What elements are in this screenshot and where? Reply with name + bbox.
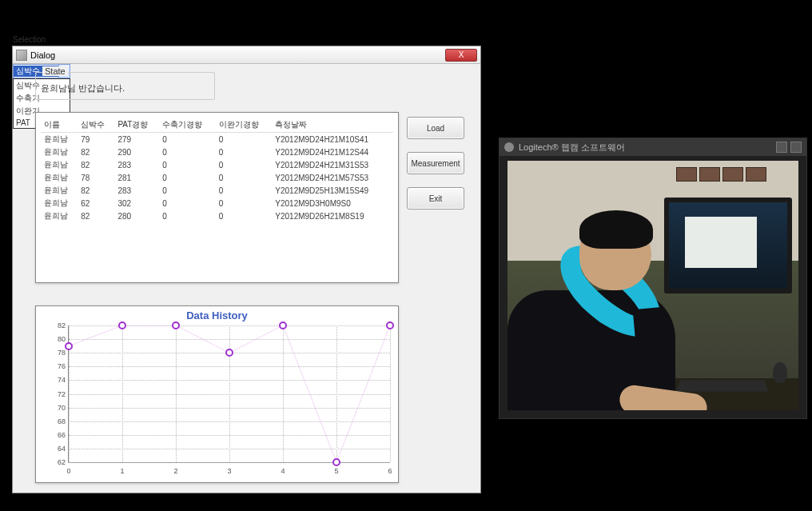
webcam-video-feed <box>508 161 798 410</box>
table-cell: Y2012M9D25H13M15S49 <box>272 184 393 197</box>
table-cell: Y2012M9D24H21M10S41 <box>272 133 393 146</box>
state-group-label: State <box>42 66 68 76</box>
chart-plot-area[interactable]: 62646668707274767880820123456 <box>68 325 390 463</box>
table-cell: 0 <box>216 171 273 184</box>
y-tick-label: 76 <box>45 362 66 370</box>
column-header[interactable]: PAT경향 <box>114 118 159 133</box>
close-button[interactable]: X <box>445 49 477 62</box>
table-cell: 0 <box>216 184 273 197</box>
table-cell: 윤희남 <box>41 197 78 210</box>
load-button[interactable]: Load <box>407 117 464 139</box>
table-cell: 0 <box>216 197 273 210</box>
table-cell: 0 <box>159 133 216 146</box>
table-cell: 82 <box>78 210 114 222</box>
mouse-in-scene <box>773 362 787 383</box>
table-cell: Y2012M9D24H21M57S53 <box>272 171 393 184</box>
dialog-window: Dialog X State 윤희남님 반갑습니다. 이름심박수PAT경향수축기… <box>12 46 481 493</box>
table-row[interactable]: 윤희남8228000Y2012M9D26H21M8S19 <box>41 210 393 222</box>
selection-label: Selection <box>13 35 46 44</box>
y-tick-label: 78 <box>45 349 66 357</box>
webcam-close-button[interactable] <box>790 142 802 153</box>
column-header[interactable]: 이름 <box>41 118 78 133</box>
x-tick-label: 2 <box>173 467 177 475</box>
person-in-scene <box>508 202 699 410</box>
table-cell: 0 <box>216 146 273 158</box>
table-row[interactable]: 윤희남8229000Y2012M9D24H21M12S44 <box>41 146 393 158</box>
column-header[interactable]: 이완기경향 <box>216 118 273 133</box>
table-cell: 79 <box>78 133 114 146</box>
state-groupbox: State 윤희남님 반갑습니다. <box>35 72 215 100</box>
x-tick-label: 6 <box>388 467 392 475</box>
table-cell: Y2012M9D24H21M31S53 <box>272 158 393 171</box>
table-cell: 290 <box>114 146 159 158</box>
table-cell: 283 <box>114 184 159 197</box>
webcam-help-button[interactable] <box>776 142 787 153</box>
y-tick-label: 82 <box>45 321 66 329</box>
chart-data-point[interactable] <box>225 349 233 357</box>
table-cell: 0 <box>159 146 216 158</box>
table-cell: Y2012M9D26H21M8S19 <box>272 210 393 222</box>
y-tick-label: 68 <box>45 417 66 425</box>
window-title: Dialog <box>30 50 55 60</box>
table-cell: 280 <box>114 210 159 222</box>
table-cell: 283 <box>114 158 159 171</box>
x-tick-label: 1 <box>120 467 124 475</box>
data-table[interactable]: 이름심박수PAT경향수축기경향이완기경향측정날짜 윤희남7927900Y2012… <box>41 118 393 222</box>
chart-frame: Data History 626466687072747678808201234… <box>35 305 399 483</box>
column-header[interactable]: 심박수 <box>78 118 114 133</box>
chart-data-point[interactable] <box>386 321 394 329</box>
table-cell: 윤희남 <box>41 146 78 158</box>
table-cell: 윤희남 <box>41 158 78 171</box>
y-tick-label: 70 <box>45 404 66 412</box>
table-cell: 0 <box>216 133 273 146</box>
table-cell: 0 <box>216 158 273 171</box>
dialog-titlebar[interactable]: Dialog X <box>13 46 480 64</box>
table-cell: 82 <box>78 158 114 171</box>
x-tick-label: 5 <box>334 467 338 475</box>
chart-data-point[interactable] <box>118 321 126 329</box>
table-cell: 78 <box>78 171 114 184</box>
data-table-frame: 이름심박수PAT경향수축기경향이완기경향측정날짜 윤희남7927900Y2012… <box>35 112 399 283</box>
webcam-title-text: Logitech® 웹캠 소프트웨어 <box>519 142 625 154</box>
webcam-app-icon <box>504 142 514 152</box>
y-tick-label: 66 <box>45 431 66 439</box>
column-header[interactable]: 측정날짜 <box>272 118 393 133</box>
chart-data-point[interactable] <box>65 342 73 350</box>
y-tick-label: 80 <box>45 335 66 343</box>
table-cell: 0 <box>159 171 216 184</box>
table-cell: 82 <box>78 184 114 197</box>
webcam-titlebar[interactable]: Logitech® 웹캠 소프트웨어 <box>500 138 806 156</box>
state-message: 윤희남님 반갑습니다. <box>41 82 125 94</box>
table-cell: 0 <box>216 210 273 222</box>
column-header[interactable]: 수축기경향 <box>159 118 216 133</box>
table-row[interactable]: 윤희남7927900Y2012M9D24H21M10S41 <box>41 133 393 146</box>
table-cell: 82 <box>78 146 114 158</box>
y-tick-label: 64 <box>45 445 66 453</box>
y-tick-label: 62 <box>45 458 66 466</box>
table-cell: Y2012M9D24H21M12S44 <box>272 146 393 158</box>
table-cell: 279 <box>114 133 159 146</box>
table-cell: 62 <box>78 197 114 210</box>
table-cell: 0 <box>159 197 216 210</box>
table-cell: 281 <box>114 171 159 184</box>
measurement-button[interactable]: Measurement <box>407 152 464 174</box>
table-row[interactable]: 윤희남8228300Y2012M9D24H21M31S53 <box>41 158 393 171</box>
table-row[interactable]: 윤희남8228300Y2012M9D25H13M15S49 <box>41 184 393 197</box>
table-cell: 윤희남 <box>41 133 78 146</box>
x-tick-label: 0 <box>66 467 70 475</box>
table-row[interactable]: 윤희남6230200Y2012M9D3H0M9S0 <box>41 197 393 210</box>
y-tick-label: 72 <box>45 390 66 398</box>
chart-data-point[interactable] <box>279 321 287 329</box>
table-cell: 0 <box>159 184 216 197</box>
x-tick-label: 3 <box>227 467 231 475</box>
table-cell: 윤희남 <box>41 171 78 184</box>
exit-button[interactable]: Exit <box>407 187 464 210</box>
y-tick-label: 74 <box>45 376 66 384</box>
table-cell: 0 <box>159 158 216 171</box>
table-row[interactable]: 윤희남7828100Y2012M9D24H21M57S53 <box>41 171 393 184</box>
chart-title: Data History <box>36 309 398 321</box>
chart-data-point[interactable] <box>172 321 180 329</box>
table-cell: 윤희남 <box>41 210 78 222</box>
table-cell: 0 <box>159 210 216 222</box>
chart-data-point[interactable] <box>332 458 340 466</box>
